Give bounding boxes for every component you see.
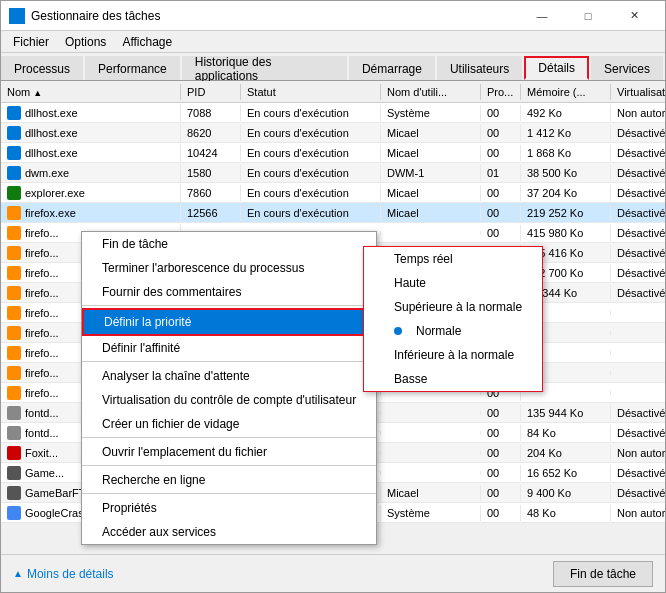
table-row[interactable]: dllhost.exe 7088 En cours d'exécution Sy… [1,103,665,123]
td-virt: Désactivé [611,465,665,481]
maximize-button[interactable]: □ [565,1,611,31]
priority-realtime[interactable]: Temps réel [364,247,542,271]
table-row[interactable]: dwm.exe 1580 En cours d'exécution DWM-1 … [1,163,665,183]
minimize-button[interactable]: — [519,1,565,31]
td-virt: Désactivé [611,205,665,221]
ctx-end-task[interactable]: Fin de tâche [82,232,376,256]
title-bar-left: Gestionnaire des tâches [9,8,160,24]
ctx-goto-services[interactable]: Accéder aux services [82,520,376,544]
td-pid: 10424 [181,145,241,161]
td-pro: 00 [481,505,521,521]
close-button[interactable]: ✕ [611,1,657,31]
ctx-set-priority[interactable]: Définir la priorité [82,308,376,336]
proc-icon [7,346,21,360]
td-virt: Désactivé [611,145,665,161]
proc-icon [7,166,21,180]
td-user: Micael [381,205,481,221]
td-mem: 1 868 Ko [521,145,611,161]
td-status: En cours d'exécution [241,145,381,161]
th-nom[interactable]: Nom ▲ [1,84,181,100]
less-details-link[interactable]: ▲ Moins de détails [13,567,114,581]
td-pid: 12566 [181,205,241,221]
td-user [381,431,481,435]
menu-options[interactable]: Options [57,33,114,51]
td-pro: 01 [481,165,521,181]
th-mem[interactable]: Mémoire (... [521,84,611,100]
table-row[interactable]: firefox.exe 12566 En cours d'exécution M… [1,203,665,223]
td-virt: Désactivé [611,425,665,441]
priority-high[interactable]: Haute [364,271,542,295]
menu-fichier[interactable]: Fichier [5,33,57,51]
tab-utilisateurs[interactable]: Utilisateurs [437,56,522,80]
th-user[interactable]: Nom d'utili... [381,84,481,100]
th-pro[interactable]: Pro... [481,84,521,100]
td-virt [611,371,665,375]
td-user [381,411,481,415]
td-pid: 7860 [181,185,241,201]
td-status: En cours d'exécution [241,165,381,181]
tab-demarrage[interactable]: Démarrage [349,56,435,80]
less-details-label: Moins de détails [27,567,114,581]
td-pro: 00 [481,445,521,461]
td-pro: 00 [481,205,521,221]
proc-icon [7,386,21,400]
td-name: dllhost.exe [1,124,181,142]
td-name: dllhost.exe [1,144,181,162]
ctx-online-search[interactable]: Recherche en ligne [82,468,376,494]
td-user: Système [381,105,481,121]
proc-icon [7,206,21,220]
td-name: dllhost.exe [1,104,181,122]
td-mem: 9 400 Ko [521,485,611,501]
td-pid: 7088 [181,105,241,121]
td-pro: 00 [481,105,521,121]
tab-services[interactable]: Services [591,56,663,80]
td-virt: Désactivé [611,245,665,261]
th-virt[interactable]: Virtualisation d... [611,84,665,100]
table-row[interactable]: dllhost.exe 10424 En cours d'exécution M… [1,143,665,163]
priority-above-normal[interactable]: Supérieure à la normale [364,295,542,319]
svg-rect-3 [18,17,23,21]
td-mem: 492 Ko [521,105,611,121]
ctx-feedback[interactable]: Fournir des commentaires [82,280,376,306]
tab-details[interactable]: Détails [524,56,589,80]
window-controls: — □ ✕ [519,1,657,31]
svg-rect-1 [18,11,23,15]
td-mem: 204 Ko [521,445,611,461]
window-title: Gestionnaire des tâches [31,9,160,23]
td-pro: 00 [481,485,521,501]
td-user: Micael [381,485,481,501]
proc-icon [7,366,21,380]
ctx-create-dump[interactable]: Créer un fichier de vidage [82,412,376,438]
ctx-analyze-wait[interactable]: Analyser la chaîne d'attente [82,364,376,388]
tab-historique[interactable]: Historique des applications [182,56,347,80]
td-status: En cours d'exécution [241,205,381,221]
priority-low[interactable]: Basse [364,367,542,391]
td-mem: 415 980 Ko [521,225,611,241]
th-statut[interactable]: Statut [241,84,381,100]
table-row[interactable]: explorer.exe 7860 En cours d'exécution M… [1,183,665,203]
ctx-open-location[interactable]: Ouvrir l'emplacement du fichier [82,440,376,466]
ctx-properties[interactable]: Propriétés [82,496,376,520]
tab-performance[interactable]: Performance [85,56,180,80]
ctx-set-affinity[interactable]: Définir l'affinité [82,336,376,362]
ctx-virtualization[interactable]: Virtualisation du contrôle de compte d'u… [82,388,376,412]
end-task-button[interactable]: Fin de tâche [553,561,653,587]
td-virt [611,351,665,355]
priority-normal[interactable]: Normale [364,319,542,343]
td-pro: 00 [481,405,521,421]
td-pid: 8620 [181,125,241,141]
menu-bar: Fichier Options Affichage [1,31,665,53]
tab-processus[interactable]: Processus [1,56,83,80]
table-header: Nom ▲ PID Statut Nom d'utili... Pro... M… [1,81,665,103]
proc-icon [7,486,21,500]
table-row[interactable]: dllhost.exe 8620 En cours d'exécution Mi… [1,123,665,143]
td-user [381,471,481,475]
proc-icon [7,326,21,340]
priority-below-normal[interactable]: Inférieure à la normale [364,343,542,367]
td-virt: Désactivé [611,125,665,141]
th-pid[interactable]: PID [181,84,241,100]
proc-icon [7,506,21,520]
ctx-end-tree[interactable]: Terminer l'arborescence du processus [82,256,376,280]
chevron-up-icon: ▲ [13,568,23,579]
menu-affichage[interactable]: Affichage [114,33,180,51]
